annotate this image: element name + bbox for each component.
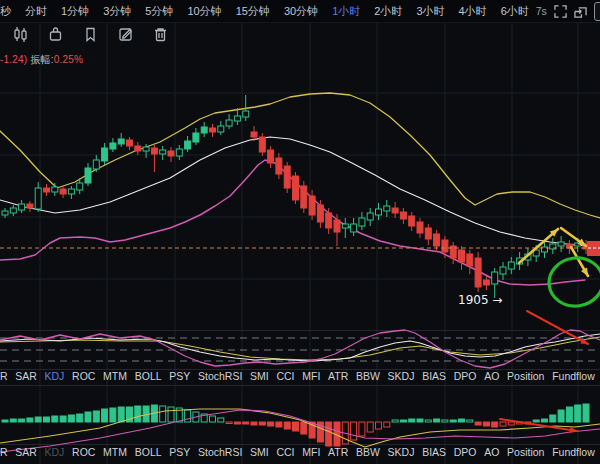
- indicator-tab-MFI[interactable]: MFI: [302, 446, 320, 458]
- indicator-tabrow-sub2: WRSARKDJROCMTMBOLLPSYStochRSISMICCIMFIAT…: [0, 446, 600, 458]
- indicator-tabrow-sub1: WRSARKDJROCMTMBOLLPSYStochRSISMICCIMFIAT…: [0, 370, 600, 382]
- indicator-tab-SMI[interactable]: SMI: [250, 446, 269, 458]
- kline-chart-canvas[interactable]: 1905 →: [0, 0, 600, 464]
- timeframe-item-2小时[interactable]: 2小时: [367, 4, 409, 19]
- annotation-green-circle: [546, 254, 600, 309]
- kdj-lines: [0, 330, 600, 368]
- indicator-tab-DPO[interactable]: DPO: [454, 370, 477, 382]
- indicator-tab-AO[interactable]: AO: [484, 446, 499, 458]
- timeframe-item-15分钟[interactable]: 15分钟: [229, 4, 277, 19]
- trash-icon[interactable]: [152, 26, 169, 43]
- indicator-tab-PSY[interactable]: PSY: [169, 370, 190, 382]
- timeframe-item-30分钟[interactable]: 30分钟: [277, 4, 325, 19]
- chart-toolbar: [12, 26, 169, 43]
- fullscreen-icon[interactable]: [554, 5, 567, 18]
- indicator-tab-AO[interactable]: AO: [484, 370, 499, 382]
- low-price-annotation: 1905 →: [458, 293, 502, 307]
- indicator-tab-KDJ[interactable]: KDJ: [45, 370, 65, 382]
- svg-text:1905 →: 1905 →: [458, 293, 502, 307]
- indicator-tab-PSY[interactable]: PSY: [169, 446, 190, 458]
- indicator-tab-SMI[interactable]: SMI: [250, 370, 269, 382]
- timeframe-list: 秒分时1分钟3分钟5分钟10分钟15分钟30分钟1小时2小时3小时4小时6小时: [0, 4, 536, 19]
- kline-style-icon[interactable]: [12, 26, 29, 43]
- indicator-tab-Fundflow[interactable]: Fundflow: [552, 370, 595, 382]
- indicator-tab-BOLL[interactable]: BOLL: [135, 370, 162, 382]
- current-price-marker: [0, 241, 600, 256]
- timeframe-item-1小时[interactable]: 1小时: [325, 4, 367, 19]
- timeframe-item-6小时[interactable]: 6小时: [494, 4, 536, 19]
- timeframe-item-4小时[interactable]: 4小时: [452, 4, 494, 19]
- indicator-tab-Position[interactable]: Position: [507, 370, 544, 382]
- refresh-interval-label: 7s: [536, 5, 547, 17]
- indicator-tab-BIAS[interactable]: BIAS: [422, 370, 446, 382]
- indicator-tab-StochRSI[interactable]: StochRSI: [198, 370, 242, 382]
- indicator-tab-StochRSI[interactable]: StochRSI: [198, 446, 242, 458]
- indicator-tab-MTM[interactable]: MTM: [103, 446, 127, 458]
- timeframe-item-10分钟[interactable]: 10分钟: [180, 4, 228, 19]
- indicator-tab-SAR[interactable]: SAR: [15, 446, 37, 458]
- indicator-tab-KDJ[interactable]: KDJ: [45, 446, 65, 458]
- price-change-fragment: -1.24): [0, 54, 27, 65]
- indicator-tab-BBW[interactable]: BBW: [356, 370, 380, 382]
- amplitude-value: 0.25%: [54, 54, 83, 65]
- timeframe-item-3小时[interactable]: 3小时: [409, 4, 451, 19]
- candles-layer: [2, 95, 589, 298]
- indicator-tab-BOLL[interactable]: BOLL: [135, 446, 162, 458]
- timeframe-item-3分钟[interactable]: 3分钟: [96, 4, 138, 19]
- indicator-tab-WR[interactable]: WR: [0, 370, 8, 382]
- timeframe-item-秒[interactable]: 秒: [0, 4, 18, 19]
- timeframe-item-分时[interactable]: 分时: [18, 4, 54, 19]
- indicator-tab-SKDJ[interactable]: SKDJ: [388, 370, 415, 382]
- indicator-tab-MTM[interactable]: MTM: [103, 370, 127, 382]
- kdj-level-lines: [0, 338, 596, 361]
- indicator-tab-ROC[interactable]: ROC: [72, 370, 95, 382]
- bookmark-icon[interactable]: [82, 26, 99, 43]
- order-panel-button[interactable]: 单: [594, 2, 600, 21]
- indicator-tab-MFI[interactable]: MFI: [302, 370, 320, 382]
- topbar-right-controls: 7s 单: [536, 2, 600, 21]
- indicator-tab-Fundflow[interactable]: Fundflow: [552, 446, 595, 458]
- ticker-info-line: -1.24) 振幅:0.25%: [0, 53, 83, 67]
- timeframe-item-5分钟[interactable]: 5分钟: [138, 4, 180, 19]
- indicator-tab-CCI[interactable]: CCI: [276, 370, 294, 382]
- indicator-tab-DPO[interactable]: DPO: [454, 446, 477, 458]
- indicator-tab-WR[interactable]: WR: [0, 446, 8, 458]
- indicator-tab-SKDJ[interactable]: SKDJ: [388, 446, 415, 458]
- indicator-tab-CCI[interactable]: CCI: [276, 446, 294, 458]
- indicator-tab-SAR[interactable]: SAR: [15, 370, 37, 382]
- indicator-tab-BBW[interactable]: BBW: [356, 446, 380, 458]
- edit-note-icon[interactable]: [117, 26, 134, 43]
- grid-lines: [0, 22, 600, 464]
- bollinger-bands: [0, 93, 600, 285]
- indicator-tab-ROC[interactable]: ROC: [72, 446, 95, 458]
- indicator-tab-Position[interactable]: Position: [507, 446, 544, 458]
- lock-icon[interactable]: [47, 26, 64, 43]
- timeframe-item-1分钟[interactable]: 1分钟: [54, 4, 96, 19]
- new-window-icon[interactable]: [574, 5, 587, 18]
- indicator-tab-ATR[interactable]: ATR: [328, 446, 348, 458]
- amplitude-label: 振幅:: [30, 54, 53, 65]
- indicator-tab-ATR[interactable]: ATR: [328, 370, 348, 382]
- indicator-tab-BIAS[interactable]: BIAS: [422, 446, 446, 458]
- trading-app-window: { "header": { "timeframes": [ {"label":"…: [0, 0, 600, 464]
- timeframe-bar: 秒分时1分钟3分钟5分钟10分钟15分钟30分钟1小时2小时3小时4小时6小时 …: [0, 0, 600, 23]
